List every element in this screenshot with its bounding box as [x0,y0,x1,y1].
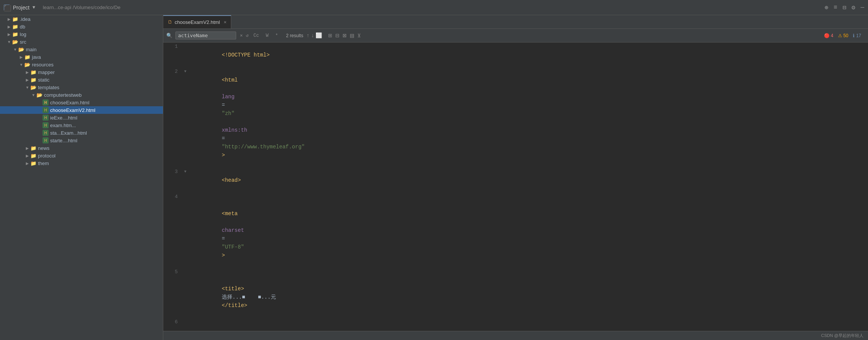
code-line-4: 4 <meta charset = "UTF-8" > [163,193,868,268]
file-icon-ieExe: H [43,115,49,121]
sidebar-item-chooseExam[interactable]: H chooseExam.html [0,99,163,106]
sidebar-label-templates: templates [38,85,59,90]
file-icon-starte: H [43,137,49,143]
sidebar-item-starte[interactable]: H starte....html [0,137,163,144]
search-input[interactable] [175,31,236,39]
project-title: Project [13,5,30,11]
search-tool-3[interactable]: ⊠ [342,33,347,38]
error-count: 4 [831,33,833,38]
sidebar-label-log: log [20,31,26,37]
warning-icon: ⚠ [838,33,842,38]
sidebar-label-chooseExam: chooseExam.html [50,100,89,105]
search-case-btn[interactable]: Cc [251,32,260,39]
sidebar-item-log[interactable]: ▶ 📁 log [0,30,163,38]
tag-doctype: <!DOCTYPE html> [222,52,270,58]
sidebar-item-resources[interactable]: ▼ 📂 resources [0,61,163,68]
search-word-btn[interactable]: W [264,32,270,39]
folder-icon-src: 📂 [12,39,18,45]
folder-icon-protocol: 📁 [30,153,36,159]
search-clear-icon[interactable]: ✕ [240,33,243,38]
sidebar-label-main: main [26,47,36,52]
sidebar-item-staExam[interactable]: H sta...Exam...html [0,129,163,137]
search-next-btn[interactable]: ↓ [311,33,314,39]
info-count: 17 [856,33,861,38]
sidebar-item-protocol[interactable]: ▶ 📁 protocol [0,152,163,159]
sidebar-item-templates[interactable]: ▼ 📂 templates [0,83,163,91]
sidebar-item-static[interactable]: ▶ 📁 static [0,76,163,83]
folder-icon-them: 📁 [30,160,36,166]
search-refresh-icon[interactable]: ↺ [246,33,248,38]
file-icon-chooseExamV2: H [43,107,49,113]
list-icon[interactable]: ≡ [834,4,838,11]
line-num-5: 5 [163,268,182,276]
sidebar-item-main[interactable]: ▼ 📂 main [0,46,163,53]
line-num-2: 2 [163,68,182,76]
sidebar-item-news[interactable]: ▶ 📁 news [0,144,163,152]
search-bar: 🔍 ✕ ↺ Cc W * 2 results ↑ ↓ ⬜ ⊞ ⊟ ⊠ ▤ ⊻ [163,29,868,42]
search-magnify-icon: 🔍 [166,33,172,39]
tree-arrow-templates: ▼ [24,85,30,90]
sidebar-item-mapper[interactable]: ▶ 📁 mapper [0,68,163,76]
file-icon-staExam: H [43,130,49,136]
line-content-6: <meta http-equiv = "X-UA-Compatible" con… [188,318,868,331]
sidebar-item-idea[interactable]: ▶ 📁 .idea [0,15,163,23]
tab-file-icon: 🗋 [168,19,172,25]
line-num-1: 1 [163,42,182,51]
info-badge[interactable]: ℹ 17 [853,33,861,38]
sidebar-label-resources: resources [32,62,54,68]
code-line-1: 1 <!DOCTYPE html> [163,42,868,68]
folder-icon-log: 📁 [12,31,18,37]
sidebar-item-db[interactable]: ▶ 📁 db [0,23,163,30]
sidebar: ▶ 📁 .idea ▶ 📁 db ▶ 📁 log ▼ 📂 src ▼ 📂 mai… [0,15,163,340]
search-expand-btn[interactable]: ⬜ [316,32,322,39]
tree-arrow-them: ▶ [24,161,30,165]
tree-arrow-static: ▶ [24,78,30,82]
tree-arrow-main: ▼ [12,47,18,52]
search-regex-btn[interactable]: * [273,32,280,39]
folder-icon-db: 📁 [12,24,18,30]
folder-icon-resources: 📂 [24,61,30,68]
search-tool-1[interactable]: ⊞ [328,33,332,38]
code-line-5: 5 <title> 选择...■ ■...元 </title> [163,268,868,318]
project-dropdown-icon[interactable]: ▼ [33,5,35,10]
folder-icon-templates: 📂 [30,84,36,90]
sidebar-item-ieExe[interactable]: H ieExe....html [0,114,163,121]
minimize-icon[interactable]: — [860,4,864,11]
line-content-2: <html lang = "zh" xmlns:th = "http://www… [188,68,868,168]
tree-arrow-news: ▶ [24,146,30,150]
tag-html-open: <html [222,77,238,83]
search-tool-4[interactable]: ▤ [350,33,354,38]
search-filter-btn[interactable]: ⊻ [357,33,361,38]
folder-icon-mapper: 📁 [30,69,36,75]
code-line-2: 2 ▼ <html lang = "zh" xmlns:th = "http:/… [163,68,868,168]
sidebar-item-src[interactable]: ▼ 📂 src [0,38,163,46]
split-icon[interactable]: ⊟ [843,4,846,11]
sidebar-label-db: db [20,24,25,30]
search-prev-btn[interactable]: ↑ [306,33,309,39]
breadcrumb: learn...ce-api /Volumes/code/ico/De [43,5,121,10]
line-content-5: <title> 选择...■ ■...元 </title> [188,268,868,318]
title-bar: ⬛ Project ▼ learn...ce-api /Volumes/code… [0,0,868,15]
sidebar-item-chooseExamV2[interactable]: H chooseExamV2.html [0,106,163,114]
code-editor[interactable]: 1 <!DOCTYPE html> 2 ▼ <html lang = "zh" … [163,42,868,331]
tree-arrow-resources: ▼ [18,63,24,67]
sidebar-item-them[interactable]: ▶ 📁 them [0,159,163,167]
tab-close-chooseExamV2[interactable]: ✕ [224,19,226,25]
sidebar-item-java[interactable]: ▶ 📁 java [0,53,163,61]
line-fold-3: ▼ [182,168,188,176]
sidebar-item-computertestweb[interactable]: ▼ 📂 computertestweb [0,91,163,99]
warning-badge[interactable]: ⚠ 50 [838,33,849,38]
search-results-count: 2 results [286,33,303,38]
warning-count: 50 [843,33,848,38]
sidebar-item-exam[interactable]: H exam.htm... [0,121,163,129]
line-num-6: 6 [163,318,182,326]
error-badge[interactable]: 🔴 4 [824,33,833,38]
sidebar-label-idea: .idea [20,16,30,22]
sidebar-label-staExam: sta...Exam...html [50,130,87,136]
search-tool-2[interactable]: ⊟ [335,33,339,38]
search-tools: ⊞ ⊟ ⊠ ▤ ⊻ [328,33,361,38]
settings-icon[interactable]: ⚙ [852,4,855,11]
add-icon[interactable]: ⊕ [825,4,829,11]
project-icon: ⬛ [4,5,10,11]
tab-chooseExamV2[interactable]: 🗋 chooseExamV2.html ✕ [163,15,231,28]
